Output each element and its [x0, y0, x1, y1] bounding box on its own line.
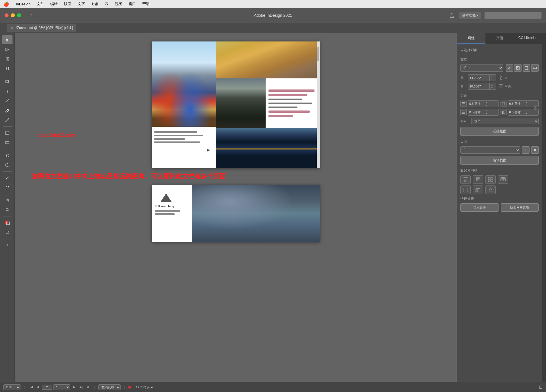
menu-indesign[interactable]: InDesign — [15, 1, 32, 7]
menu-layout[interactable]: 版面 — [63, 1, 73, 7]
page-number-field[interactable] — [42, 385, 52, 390]
line-tool[interactable] — [2, 96, 13, 105]
ruler-icon-5[interactable] — [460, 185, 471, 194]
workspace-selector[interactable]: 基本功能 ▾ — [460, 12, 481, 19]
height-spin-up[interactable]: ▲ — [490, 83, 494, 86]
preset-icon-2[interactable] — [514, 64, 522, 72]
scroll-up-arrow[interactable]: ▲ — [217, 126, 220, 129]
fullscreen-window-button[interactable] — [17, 13, 21, 17]
page-number-select[interactable]: 2 — [460, 146, 520, 154]
margin-left-down[interactable]: ▼ — [524, 112, 529, 115]
ruler-icon-1[interactable] — [460, 175, 471, 184]
tab-pages[interactable]: 页面 — [485, 33, 514, 44]
search-input[interactable] — [485, 12, 541, 19]
frame-grid-options-button[interactable]: 版面网格选项 — [501, 203, 539, 212]
scissors-tool[interactable] — [2, 151, 13, 160]
tab-properties[interactable]: 属性 — [457, 33, 485, 44]
transform-tool[interactable] — [2, 160, 13, 170]
rotate-tool[interactable] — [2, 183, 13, 192]
margin-chain-icon[interactable] — [533, 105, 537, 111]
publish-select[interactable]: 数码发布 — [98, 384, 121, 390]
pencil-tool[interactable] — [2, 116, 13, 125]
edit-page-button[interactable]: 编辑页面 — [460, 156, 539, 165]
ruler-icon-7[interactable] — [485, 185, 496, 194]
menu-edit[interactable]: 编辑 — [49, 1, 59, 7]
delete-page-button[interactable] — [531, 146, 539, 154]
frame-tool[interactable] — [2, 128, 13, 137]
margin-left-up[interactable]: ▲ — [524, 109, 529, 112]
rotate-spread-button[interactable]: ↺ — [85, 384, 91, 390]
pen-tool[interactable] — [2, 106, 13, 115]
margin-bottom-down[interactable]: ▼ — [484, 112, 489, 115]
fill-stroke-tool[interactable]: ↕ — [2, 218, 13, 227]
home-icon[interactable]: ⌂ — [28, 11, 36, 19]
width-input[interactable] — [468, 75, 489, 80]
margin-bottom-up[interactable]: ▲ — [484, 109, 489, 112]
margin-right-input[interactable] — [508, 101, 524, 106]
preset-icon-4[interactable] — [531, 64, 539, 72]
prev-page-button[interactable]: ◀ — [35, 384, 41, 390]
margin-bottom-icon[interactable] — [460, 109, 467, 115]
margin-bottom-input[interactable] — [468, 110, 484, 115]
overflow-arrow[interactable]: ▶ — [207, 148, 210, 152]
apple-menu[interactable]: 🍎 — [3, 1, 9, 7]
selection-tool[interactable] — [2, 35, 13, 44]
zoom-tool[interactable] — [2, 205, 13, 214]
margin-top-icon[interactable] — [460, 101, 467, 107]
hand-tool[interactable] — [2, 196, 13, 205]
margin-right-down[interactable]: ▼ — [524, 104, 529, 107]
menu-file[interactable]: 文件 — [36, 1, 45, 7]
margin-right-icon[interactable] — [500, 101, 507, 107]
menu-view[interactable]: 视图 — [114, 1, 123, 7]
canvas-area[interactable]: www.MacZ.com 如果在文档窗口中向上拖动足够远的距离，可以看到此文档有… — [15, 33, 457, 382]
eyedropper-tool[interactable] — [2, 173, 13, 182]
next-page-button[interactable]: ▶ — [71, 384, 77, 390]
type-on-path-tool[interactable]: T — [2, 241, 13, 250]
margin-left-input[interactable] — [508, 110, 524, 115]
page-tool[interactable] — [2, 55, 13, 64]
margin-top-input[interactable] — [468, 101, 484, 106]
menu-object[interactable]: 对象 — [90, 1, 100, 7]
tab-close-button[interactable]: × — [10, 26, 14, 30]
gap-tool[interactable] — [2, 64, 13, 73]
menu-table[interactable]: 表 — [104, 1, 110, 7]
menu-type[interactable]: 文字 — [76, 1, 86, 7]
ruler-icon-6[interactable] — [473, 185, 483, 194]
apply-none-tool[interactable] — [2, 228, 13, 237]
chain-icon[interactable] — [498, 75, 504, 81]
direct-selection-tool[interactable] — [2, 45, 13, 54]
type-tool[interactable]: T — [2, 87, 13, 96]
zoom-select[interactable]: 25% 50% 100% — [3, 384, 20, 390]
preset-icon-1[interactable]: A — [506, 64, 513, 72]
margin-top-up[interactable]: ▲ — [484, 101, 489, 104]
ruler-icon-3[interactable] — [485, 175, 496, 184]
ruler-icon-4[interactable] — [498, 175, 508, 184]
add-page-button[interactable]: + — [522, 146, 530, 154]
total-pages-select[interactable]: / 5 — [53, 384, 70, 390]
direction-select[interactable]: 水平 垂直 — [471, 118, 539, 124]
margin-right-up[interactable]: ▲ — [524, 101, 529, 104]
menu-window[interactable]: 窗口 — [127, 1, 137, 7]
height-spin-down[interactable]: ▼ — [490, 86, 494, 89]
width-spin-up[interactable]: ▲ — [490, 75, 494, 78]
minimize-window-button[interactable] — [11, 13, 15, 17]
margin-top-down[interactable]: ▼ — [484, 104, 489, 107]
width-spin-down[interactable]: ▼ — [490, 78, 494, 81]
share-icon[interactable] — [448, 11, 456, 20]
content-collector-tool[interactable] — [2, 77, 13, 86]
menu-help[interactable]: 帮助 — [141, 1, 151, 7]
facing-pages-checkbox[interactable] — [499, 84, 503, 88]
height-input[interactable] — [468, 84, 489, 89]
margin-left-icon[interactable] — [500, 109, 507, 115]
close-window-button[interactable] — [5, 13, 9, 17]
right-panel-collapse-handle[interactable]: ⋮ — [542, 33, 546, 382]
last-page-button[interactable]: ▶| — [78, 384, 84, 390]
preset-icon-3[interactable] — [523, 64, 530, 72]
import-file-button[interactable]: 导入文件 — [460, 203, 499, 212]
errors-select[interactable]: 11 个错误 — [135, 385, 154, 389]
scroll-bar[interactable] — [317, 41, 320, 168]
tab-drag-handle[interactable]: ⋮⋮ — [2, 26, 7, 30]
rectangle-tool[interactable] — [2, 138, 13, 147]
document-preset-select[interactable]: iPad — [460, 64, 503, 72]
tab-cc-libraries[interactable]: CC Libraries — [514, 33, 542, 44]
